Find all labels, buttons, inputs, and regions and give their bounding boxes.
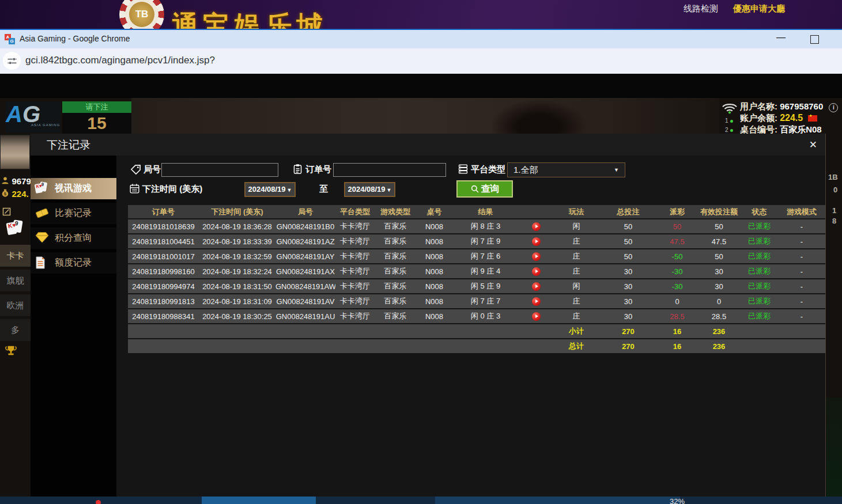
table-cell: 闲 7 庄 6 <box>452 251 519 262</box>
search-button[interactable]: 查询 <box>456 180 513 198</box>
maximize-button[interactable] <box>810 35 819 44</box>
bg-fragment: 1B <box>828 173 838 181</box>
table-cell: 闲 <box>553 221 599 232</box>
ag-logo-subtitle: ASIA GAMING <box>31 123 60 127</box>
table-cell <box>519 282 553 291</box>
table-cell: 270 <box>599 342 657 351</box>
modal-content: 局号 订单号 平台类型 1.全部 ▼ 下注时间 (美东) 2024/08/19▼ <box>116 156 825 497</box>
table-cell: 百家乐 <box>375 266 416 276</box>
round-id-label: 局号 <box>144 164 161 175</box>
table-cell: -30 <box>657 282 697 291</box>
close-icon[interactable]: ✕ <box>809 139 817 151</box>
table-cell: GN008248191AU <box>275 312 335 321</box>
table-cell: 2024-08-19 18:33:39 <box>199 237 275 246</box>
balance-value: 224.5 <box>780 113 803 123</box>
balance-label: 账户余额: <box>740 113 777 123</box>
platform-type-select[interactable]: 1.全部 ▼ <box>507 162 625 177</box>
bet-records-modal: 下注记录 ✕ 9K♥ 视讯游戏 比赛记录 积分查询 <box>31 134 826 497</box>
line-option-2[interactable]: 2 <box>725 127 733 133</box>
replay-video-button[interactable] <box>532 267 541 276</box>
trophy-icon[interactable] <box>5 344 17 359</box>
url-text[interactable]: gci.l842tbgc.com/agingame/pcv1/index.jsp… <box>25 55 215 66</box>
table-cell: 47.5 <box>697 237 741 246</box>
tab-match-records[interactable]: 比赛记录 <box>31 203 116 224</box>
table-cell: 已派彩 <box>741 296 778 306</box>
column-header: 下注时间 (美东) <box>199 207 275 217</box>
replay-video-button[interactable] <box>532 297 541 306</box>
date-to-picker[interactable]: 2024/08/19▼ <box>344 182 395 197</box>
table-number-value: 百家乐N08 <box>780 124 822 134</box>
table-cell: 0 <box>697 297 741 306</box>
taskbar-segment[interactable] <box>202 497 316 504</box>
replay-video-button[interactable] <box>532 252 541 261</box>
taskbar-red-dot-icon <box>96 500 101 504</box>
table-cell: 30 <box>697 282 741 291</box>
column-header: 有效投注额 <box>697 207 741 217</box>
cards-icon: 9K♥ <box>35 182 50 196</box>
table-cell: N008 <box>416 267 452 276</box>
modal-sidebar: 9K♥ 视讯游戏 比赛记录 积分查询 额度记录 <box>31 156 116 497</box>
table-cell: 卡卡湾厅 <box>335 281 375 291</box>
table-cell: 卡卡湾厅 <box>335 236 375 247</box>
table-row: 2408191810010172024-08-19 18:32:59GN0082… <box>128 249 825 263</box>
table-cell: 总计 <box>553 341 599 351</box>
clipboard-icon <box>292 164 303 175</box>
table-cell: GN008248191AW <box>275 282 335 291</box>
info-icon[interactable]: i <box>829 103 838 112</box>
platform-list-icon <box>458 164 469 175</box>
column-header: 总投注 <box>599 207 657 217</box>
table-cell: 16 <box>657 342 697 351</box>
table-cell: 47.5 <box>657 237 697 246</box>
chevron-down-icon: ▼ <box>614 163 619 177</box>
lobby-tab-europe[interactable]: 欧洲 <box>0 294 31 317</box>
table-cell: 百家乐 <box>375 236 416 247</box>
table-cell: 30 <box>697 267 741 276</box>
total-row: 总计27016236 <box>128 339 825 353</box>
minimize-button[interactable]: — <box>775 33 787 44</box>
taskbar-segment[interactable] <box>435 497 680 504</box>
bg-fragment: 1 <box>832 206 836 215</box>
table-cell: 已派彩 <box>741 236 778 247</box>
signal-dot-icon <box>730 120 733 123</box>
edit-note-icon[interactable] <box>2 207 11 218</box>
lobby-tab-multi[interactable]: 多 <box>0 319 31 342</box>
table-cell: 30 <box>599 297 657 306</box>
address-bar[interactable]: gci.l842tbgc.com/agingame/pcv1/index.jsp… <box>0 48 842 74</box>
document-icon <box>35 256 50 270</box>
table-cell: 30 <box>599 312 657 321</box>
line-check-link[interactable]: 线路检测 <box>684 3 718 14</box>
wifi-icon <box>722 103 737 114</box>
table-cell: 240819180994974 <box>128 282 199 291</box>
table-cell: N008 <box>416 237 452 246</box>
diamond-icon <box>35 232 50 245</box>
progress-percent: 32% <box>670 497 685 504</box>
replay-video-button[interactable] <box>532 222 541 231</box>
table-row: 2408191810044512024-08-19 18:33:39GN0082… <box>128 234 825 248</box>
replay-video-button[interactable] <box>532 282 541 291</box>
table-cell: 已派彩 <box>741 266 778 276</box>
table-cell: 240819181001017 <box>128 252 199 261</box>
tab-video-games[interactable]: 9K♥ 视讯游戏 <box>31 178 116 199</box>
china-flag-icon <box>808 115 817 122</box>
table-cell: N008 <box>416 312 452 321</box>
table-cell: 闲 5 庄 9 <box>452 281 519 291</box>
table-cell: 28.5 <box>697 312 741 321</box>
lobby-tab-kaka[interactable]: 卡卡 <box>0 245 31 267</box>
promo-hall-link[interactable]: 優惠申请大廳 <box>733 3 785 14</box>
table-cell: 236 <box>697 342 741 351</box>
video-game-cards-icon: 9K♥ <box>7 220 27 238</box>
table-cell: - <box>778 222 825 231</box>
order-id-label: 订单号 <box>305 164 331 175</box>
svg-text:$: $ <box>4 191 7 196</box>
tab-quota-records[interactable]: 额度记录 <box>31 252 116 274</box>
line-option-1[interactable]: 1 <box>725 118 733 124</box>
bg-fragment: 0 <box>833 185 837 194</box>
date-from-picker[interactable]: 2024/08/19▼ <box>244 182 296 197</box>
lobby-tab-flagship[interactable]: 旗舰 <box>0 270 31 292</box>
tab-points-query[interactable]: 积分查询 <box>31 228 116 249</box>
round-id-input[interactable] <box>161 163 278 177</box>
order-id-input[interactable] <box>333 163 446 177</box>
site-settings-icon[interactable] <box>3 52 21 70</box>
replay-video-button[interactable] <box>532 312 541 321</box>
replay-video-button[interactable] <box>532 237 541 246</box>
